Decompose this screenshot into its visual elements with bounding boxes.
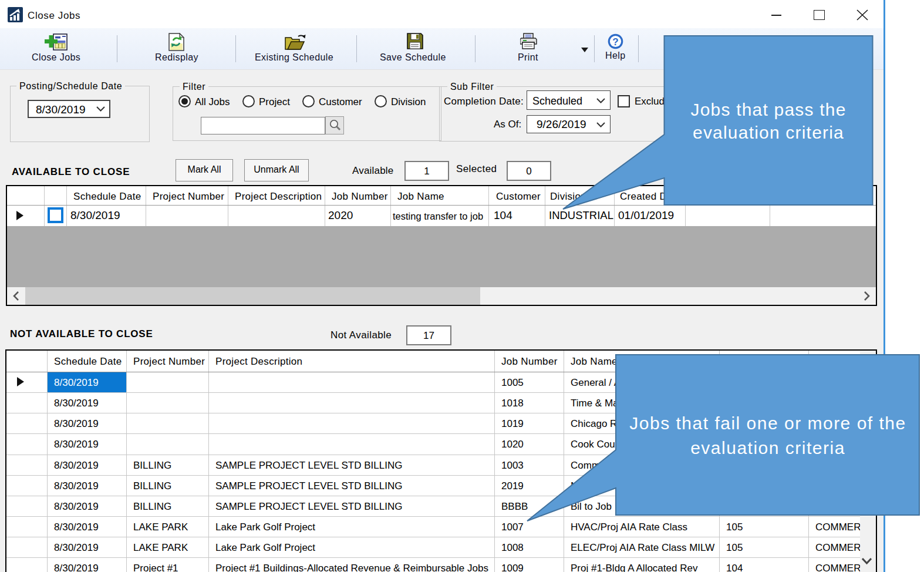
svg-text:Jobs that fail one or more of: Jobs that fail one or more of the: [629, 413, 906, 433]
svg-text:evaluation criteria: evaluation criteria: [693, 123, 844, 142]
svg-text:evaluation criteria: evaluation criteria: [690, 438, 845, 457]
svg-text:Jobs that pass the: Jobs that pass the: [690, 100, 846, 119]
